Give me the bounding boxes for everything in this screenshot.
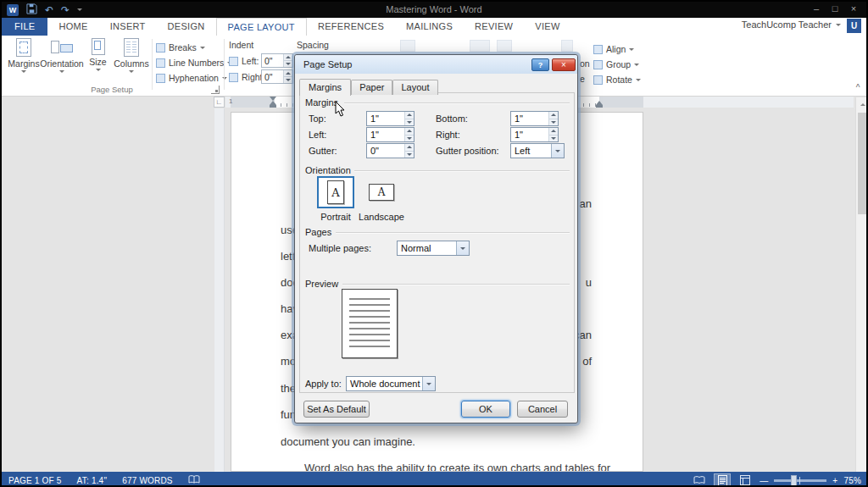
read-mode-button[interactable]	[691, 473, 708, 487]
cancel-button[interactable]: Cancel	[517, 401, 568, 418]
top-margin-input[interactable]	[367, 112, 404, 125]
left-margin-input[interactable]	[367, 128, 404, 141]
tab-home[interactable]: HOME	[47, 18, 98, 36]
tab-selector[interactable]: ∟	[214, 97, 225, 108]
left-margin-up-button[interactable]	[405, 128, 414, 135]
tab-references[interactable]: REFERENCES	[307, 18, 395, 36]
zoom-slider-thumb[interactable]	[791, 475, 797, 486]
breaks-button[interactable]: Breaks	[156, 41, 205, 54]
dialog-tab-paper[interactable]: Paper	[351, 80, 392, 95]
print-layout-button[interactable]	[714, 473, 731, 487]
landscape-icon: A	[369, 184, 394, 201]
zoom-slider-notch	[799, 477, 800, 484]
chevron-down-icon	[422, 377, 435, 390]
indent-right-up-button[interactable]	[284, 70, 292, 76]
rotate-button[interactable]: Rotate	[593, 73, 641, 86]
orientation-icon	[51, 38, 73, 57]
clipped-ribbon-control	[497, 40, 512, 52]
bottom-margin-input[interactable]	[511, 112, 548, 125]
scrollbar-thumb[interactable]	[858, 113, 868, 214]
indent-right-icon	[229, 73, 238, 82]
dialog-tab-margins[interactable]: Margins	[299, 79, 351, 96]
page-indicator[interactable]: PAGE 1 OF 5	[8, 476, 62, 485]
maximize-button[interactable]: □	[826, 2, 844, 17]
zoom-level[interactable]: 75%	[843, 476, 861, 485]
columns-button[interactable]: Columns	[114, 36, 149, 86]
orientation-button[interactable]: Orientation	[42, 36, 81, 86]
tab-mailings[interactable]: MAILINGS	[395, 18, 464, 36]
margins-button[interactable]: Margins	[7, 36, 41, 86]
dialog-close-button[interactable]: ×	[552, 58, 576, 71]
landscape-option[interactable]: A	[363, 176, 400, 208]
multiple-pages-select[interactable]: Normal	[397, 241, 470, 256]
align-button[interactable]: Align	[593, 42, 634, 56]
indent-right-down-button[interactable]	[284, 76, 292, 83]
bottom-margin-up-button[interactable]	[549, 112, 558, 119]
indent-left-up-button[interactable]	[284, 54, 292, 60]
collapse-ribbon-button[interactable]: ^	[851, 83, 865, 95]
window-title: Mastering Word - Word	[2, 2, 866, 18]
right-margin-input[interactable]	[511, 128, 548, 141]
gutter-up-button[interactable]	[405, 144, 414, 151]
zoom-in-button[interactable]: +	[832, 476, 837, 485]
dialog-help-button[interactable]: ?	[531, 58, 549, 71]
hyphenation-label: Hyphenation	[169, 73, 219, 83]
indent-right-input[interactable]	[262, 70, 283, 83]
breaks-label: Breaks	[169, 42, 197, 53]
gutter-position-select[interactable]: Left	[510, 143, 565, 158]
chevron-down-icon	[836, 24, 841, 26]
left-indent-marker[interactable]	[270, 105, 276, 108]
minimize-button[interactable]: –	[807, 2, 826, 17]
tab-insert[interactable]: INSERT	[99, 18, 157, 36]
rotate-icon	[593, 75, 603, 85]
tab-file[interactable]: FILE	[2, 18, 47, 36]
size-button[interactable]: Size	[84, 36, 112, 86]
line-numbers-label: Line Numbers	[169, 58, 224, 68]
separator	[152, 39, 153, 90]
web-layout-button[interactable]	[737, 473, 754, 487]
line-numbers-button[interactable]: Line Numbers	[156, 56, 232, 69]
set-as-default-button[interactable]: Set As Default	[303, 401, 370, 418]
top-margin-down-button[interactable]	[405, 119, 414, 126]
bottom-margin-down-button[interactable]	[549, 119, 558, 126]
top-margin-up-button[interactable]	[405, 112, 414, 119]
user-avatar[interactable]: U	[847, 19, 861, 33]
vertical-scrollbar[interactable]	[855, 97, 868, 472]
tab-review[interactable]: REVIEW	[464, 18, 524, 36]
clipped-ribbon-control	[400, 40, 415, 52]
tab-view[interactable]: VIEW	[524, 18, 570, 36]
right-margin-up-button[interactable]	[549, 128, 558, 135]
zoom-out-button[interactable]: —	[760, 476, 768, 485]
group-button[interactable]: Group	[593, 58, 639, 71]
word-count[interactable]: 677 WORDS	[122, 476, 173, 485]
close-button[interactable]: ×	[844, 2, 863, 17]
document-text-fragment: an	[580, 197, 592, 210]
ok-button[interactable]: OK	[461, 401, 510, 418]
page-setup-dialog-launcher[interactable]	[211, 86, 220, 94]
right-margin-down-button[interactable]	[549, 135, 558, 142]
gutter-input[interactable]	[367, 144, 404, 158]
dialog-tab-layout[interactable]: Layout	[392, 80, 437, 95]
columns-label: Columns	[114, 58, 148, 69]
gutter-down-button[interactable]	[405, 151, 414, 158]
ribbon-tab-bar: FILE HOME INSERT DESIGN PAGE LAYOUT REFE…	[2, 18, 866, 36]
rotate-label: Rotate	[606, 75, 632, 85]
account-menu[interactable]: TeachUcomp Teacher	[742, 19, 841, 30]
zoom-slider[interactable]	[774, 479, 826, 482]
vertical-ruler[interactable]	[214, 108, 225, 472]
indent-left-down-button[interactable]	[284, 60, 292, 67]
bottom-margin-label: Bottom:	[436, 113, 468, 124]
indent-left-input[interactable]	[262, 54, 283, 67]
hyphenation-button[interactable]: Hyphenation	[156, 71, 227, 85]
portrait-option[interactable]: A	[317, 176, 354, 208]
apply-to-select[interactable]: Whole document	[346, 376, 436, 391]
status-bar: PAGE 1 OF 5 AT: 1.4" 677 WORDS — + 7	[2, 472, 866, 487]
left-margin-down-button[interactable]	[405, 135, 414, 142]
tab-design[interactable]: DESIGN	[157, 18, 216, 36]
proofing-status-icon[interactable]	[188, 473, 200, 487]
right-indent-marker-box[interactable]	[596, 105, 603, 108]
scroll-up-icon[interactable]	[856, 97, 868, 111]
preview-thumbnail	[342, 289, 398, 358]
tab-page-layout[interactable]: PAGE LAYOUT	[216, 18, 307, 36]
margins-label: Margins	[8, 58, 39, 69]
